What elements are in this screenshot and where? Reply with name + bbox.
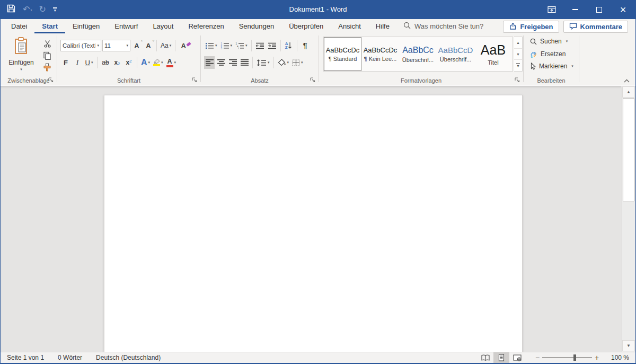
change-case-button[interactable]: Aa▾ [160,39,172,52]
style-ueberschrift-2[interactable]: AaBbCcD Überschrif... [437,37,474,71]
style-standard[interactable]: AaBbCcDc ¶ Standard [324,37,361,71]
align-right-icon [229,59,237,66]
minimize-icon[interactable] [563,0,587,19]
numbering-button[interactable]: 123 ▾ [219,39,234,52]
sort-button[interactable]: AZ [284,39,294,52]
zoom-slider-thumb[interactable] [573,354,576,361]
tab-referenzen[interactable]: Referenzen [181,19,231,33]
font-size-value: 11 [104,42,125,49]
zoom-in-icon[interactable]: + [592,353,602,362]
tab-datei[interactable]: Datei [4,19,34,33]
ribbon: Einfügen ▾ Zwischenablage Calibri (Textk… [1,33,635,85]
line-spacing-button[interactable]: ▾ [255,56,271,69]
tab-entwurf[interactable]: Entwurf [107,19,145,33]
borders-button[interactable]: ▾ [291,56,304,69]
copy-icon [43,51,51,60]
replace-button[interactable]: bc Ersetzen [530,50,566,58]
scroll-up-icon[interactable]: ▲ [622,86,635,97]
ribbon-display-options-icon[interactable] [540,0,563,19]
superscript-button[interactable]: x2 [123,56,134,69]
svg-text:i: i [238,47,239,49]
paste-dropdown-icon[interactable]: ▾ [20,67,22,72]
gallery-scroll-up-icon[interactable]: ▲ [514,37,522,49]
tab-ansicht[interactable]: Ansicht [331,19,368,33]
language[interactable]: Deutsch (Deutschland) [96,354,161,361]
styles-gallery-scroll: ▲ ▼ ▼ [514,37,523,72]
zoom-out-icon[interactable]: − [533,353,542,362]
copy-button[interactable] [41,50,54,61]
strikethrough-button[interactable]: ab [100,56,111,69]
word-count[interactable]: 0 Wörter [58,354,82,361]
gallery-more-icon[interactable]: ▼ [514,60,522,71]
tell-me-search[interactable]: Was möchten Sie tun? [403,19,483,33]
select-button[interactable]: Markieren ▾ [530,63,573,70]
paste-clipboard-icon [13,37,29,57]
subscript-button[interactable]: x2 [112,56,122,69]
comments-button[interactable]: Kommentare [563,21,628,33]
style-titel[interactable]: AaB Titel [474,37,512,71]
justify-button[interactable] [239,56,250,69]
bullets-button[interactable]: ▾ [204,39,218,52]
zoom-slider[interactable] [542,357,592,358]
tab-layout[interactable]: Layout [145,19,181,33]
maximize-icon[interactable] [587,0,611,19]
align-left-button[interactable] [204,56,215,69]
highlight-button[interactable]: ▾ [152,56,164,69]
bold-button[interactable]: F [60,56,71,69]
share-button[interactable]: Freigeben [503,21,559,33]
status-right: − + 100 % [478,352,629,363]
vertical-scrollbar[interactable]: ▲ ▼ [621,86,635,352]
paste-label: Einfügen [8,59,33,66]
clear-formatting-button[interactable]: A [178,39,189,52]
scrollbar-thumb[interactable] [623,98,634,201]
arrow-down-icon [288,42,292,49]
style-kein-leerraum[interactable]: AaBbCcDc ¶ Kein Lee... [361,37,399,71]
increase-indent-icon [268,42,277,49]
shrink-font-button[interactable]: Aˇ [143,39,154,52]
multilevel-list-button[interactable]: 1ai ▾ [234,39,249,52]
find-label: Suchen [540,38,562,45]
document-page[interactable] [104,95,523,352]
web-layout-icon [513,354,522,361]
font-size-combo[interactable]: 11 ▾ [102,40,130,51]
decrease-indent-button[interactable] [254,39,266,52]
align-center-button[interactable] [216,56,226,69]
scroll-down-icon[interactable]: ▼ [622,340,635,351]
bullets-icon [205,42,214,49]
align-right-button[interactable] [227,56,238,69]
font-name-combo[interactable]: Calibri (Textk ▾ [60,40,101,51]
underline-button[interactable]: U▾ [84,56,94,69]
page-count[interactable]: Seite 1 von 1 [7,354,44,361]
grow-font-button[interactable]: Aˆ [131,39,142,52]
justify-icon [241,59,249,66]
italic-button[interactable]: I [72,56,83,69]
document-area: ▲ ▼ [1,86,635,352]
find-button[interactable]: Suchen ▾ [530,38,568,45]
tab-ueberpruefen[interactable]: Überprüfen [281,19,331,33]
web-layout-button[interactable] [509,352,525,363]
tab-start[interactable]: Start [34,19,65,33]
style-ueberschrift-1[interactable]: AaBbCc Überschrif... [399,37,437,71]
tab-sendungen[interactable]: Sendungen [232,19,282,33]
zoom-percentage[interactable]: 100 % [607,354,629,361]
format-painter-button[interactable] [41,61,54,73]
collapse-ribbon-icon[interactable] [621,77,632,84]
tell-me-text: Was möchten Sie tun? [414,22,483,30]
group-editing: Suchen ▾ bc Ersetzen Markieren ▾ Bearbei… [524,33,579,85]
read-mode-button[interactable] [478,352,493,363]
tab-einfuegen[interactable]: Einfügen [65,19,107,33]
show-paragraph-marks-button[interactable]: ¶ [300,39,311,52]
cut-icon [43,40,51,48]
cut-button[interactable] [41,38,54,49]
font-color-button[interactable]: A ▾ [165,56,178,69]
shading-button[interactable]: ▾ [277,56,290,69]
line-spacing-icon [257,59,267,66]
text-effects-button[interactable]: A▾ [140,56,151,69]
paste-button[interactable]: Einfügen ▾ [6,37,37,81]
tab-hilfe[interactable]: Hilfe [368,19,397,33]
gallery-scroll-down-icon[interactable]: ▼ [514,49,522,60]
increase-indent-button[interactable] [267,39,278,52]
decrease-indent-icon [255,42,264,49]
close-icon[interactable]: × [611,0,635,19]
print-layout-button[interactable] [493,352,509,363]
